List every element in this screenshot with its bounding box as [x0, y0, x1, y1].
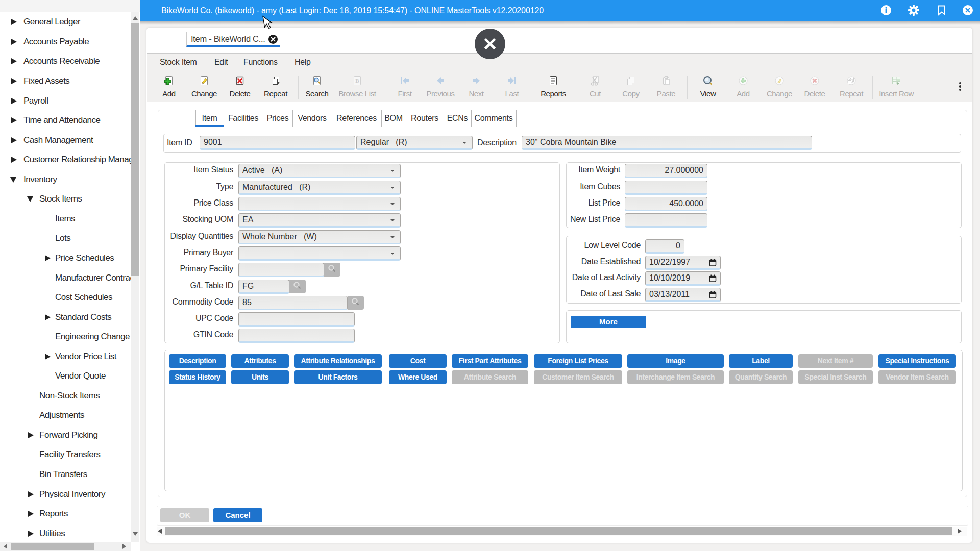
svg-text:B: B — [355, 78, 359, 84]
